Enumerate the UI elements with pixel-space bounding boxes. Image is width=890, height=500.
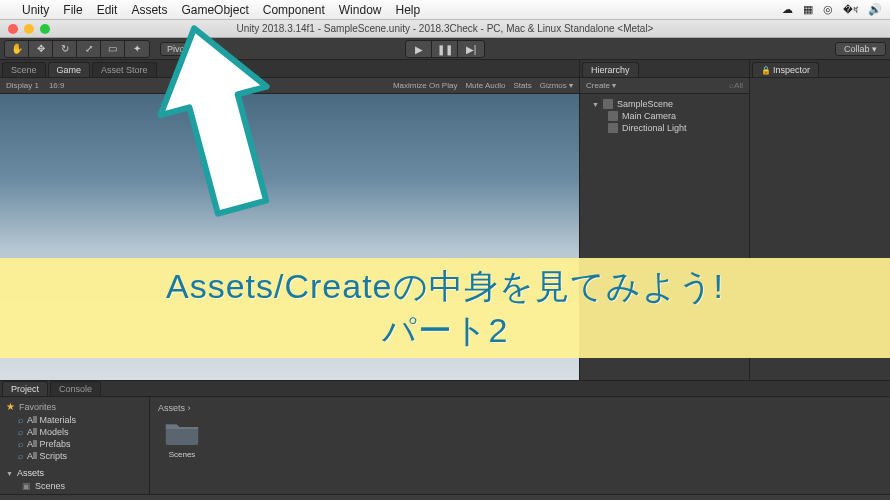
rect-tool[interactable]: ▭: [101, 41, 125, 57]
close-button[interactable]: [8, 24, 18, 34]
stats-toggle[interactable]: Stats: [513, 81, 531, 90]
menu-help[interactable]: Help: [395, 3, 420, 17]
status-icon[interactable]: ◎: [823, 3, 833, 16]
grid-icon[interactable]: ▦: [803, 3, 813, 16]
scale-tool[interactable]: ⤢: [77, 41, 101, 57]
hierarchy-panel: Hierarchy Create ▾ ⌕All ▼ SampleScene Ma…: [580, 60, 750, 380]
gameobject-icon: [608, 123, 618, 133]
gameobject-icon: [608, 111, 618, 121]
main-area: Scene Game Asset Store Display 1 16:9 Ma…: [0, 60, 890, 380]
search-icon: ⌕: [18, 415, 23, 425]
minimize-button[interactable]: [24, 24, 34, 34]
menu-gameobject[interactable]: GameObject: [181, 3, 248, 17]
collab-dropdown[interactable]: Collab ▾: [835, 42, 886, 56]
hierarchy-item-camera[interactable]: Main Camera: [580, 110, 749, 122]
folder-icon: [162, 419, 202, 446]
project-content[interactable]: Assets › Scenes: [150, 397, 890, 494]
scene-game-panel: Scene Game Asset Store Display 1 16:9 Ma…: [0, 60, 580, 380]
rotate-tool[interactable]: ↻: [53, 41, 77, 57]
pause-button[interactable]: ❚❚: [432, 41, 458, 57]
search-icon: ⌕: [18, 439, 23, 449]
disclosure-triangle-icon[interactable]: ▼: [6, 470, 13, 477]
scene-tabs: Scene Game Asset Store: [0, 60, 579, 78]
fav-all-scripts[interactable]: ⌕All Scripts: [0, 450, 149, 462]
menubar-status-icons: ☁ ▦ ◎ �ধ 🔊: [782, 3, 882, 16]
traffic-lights: [8, 24, 50, 34]
tab-game[interactable]: Game: [48, 62, 91, 77]
window-title: Unity 2018.3.14f1 - SampleScene.unity - …: [237, 23, 654, 34]
project-sidebar: ★ Favorites ⌕All Materials ⌕All Models ⌕…: [0, 397, 150, 494]
tab-inspector[interactable]: 🔒Inspector: [752, 62, 819, 77]
aspect-dropdown[interactable]: 16:9: [49, 81, 65, 90]
play-controls: ▶ ❚❚ ▶|: [405, 40, 485, 58]
zoom-button[interactable]: [40, 24, 50, 34]
fav-all-prefabs[interactable]: ⌕All Prefabs: [0, 438, 149, 450]
menu-window[interactable]: Window: [339, 3, 382, 17]
step-button[interactable]: ▶|: [458, 41, 484, 57]
fav-all-models[interactable]: ⌕All Models: [0, 426, 149, 438]
pivot-toggle[interactable]: Pivot: [160, 42, 194, 56]
game-sub-toolbar: Display 1 16:9 Maximize On Play Mute Aud…: [0, 78, 579, 94]
game-viewport[interactable]: [0, 94, 579, 380]
fav-all-materials[interactable]: ⌕All Materials: [0, 414, 149, 426]
project-panel: Project Console ★ Favorites ⌕All Materia…: [0, 380, 890, 500]
project-footer: [0, 494, 890, 500]
tab-hierarchy[interactable]: Hierarchy: [582, 62, 639, 77]
cloud-icon[interactable]: ☁: [782, 3, 793, 16]
assets-tree-root[interactable]: ▼ Assets: [0, 466, 149, 480]
wifi-icon[interactable]: �ধ: [843, 3, 858, 16]
folder-icon: ▣: [22, 481, 31, 491]
tab-asset-store[interactable]: Asset Store: [92, 62, 157, 77]
maximize-on-play[interactable]: Maximize On Play: [393, 81, 457, 90]
inspector-panel: 🔒Inspector: [750, 60, 890, 380]
menu-assets[interactable]: Assets: [131, 3, 167, 17]
search-icon: ⌕: [18, 427, 23, 437]
disclosure-triangle-icon[interactable]: ▼: [592, 101, 599, 108]
window-titlebar: Unity 2018.3.14f1 - SampleScene.unity - …: [0, 20, 890, 38]
unified-tool[interactable]: ✦: [125, 41, 149, 57]
assets-scenes-folder[interactable]: ▣ Scenes: [0, 480, 149, 492]
mute-audio[interactable]: Mute Audio: [465, 81, 505, 90]
hand-tool[interactable]: ✋: [5, 41, 29, 57]
gizmos-dropdown[interactable]: Gizmos ▾: [540, 81, 573, 90]
display-dropdown[interactable]: Display 1: [6, 81, 39, 90]
search-icon: ⌕: [18, 451, 23, 461]
menu-file[interactable]: File: [63, 3, 82, 17]
menu-edit[interactable]: Edit: [97, 3, 118, 17]
hierarchy-tree: ▼ SampleScene Main Camera Directional Li…: [580, 94, 749, 138]
hierarchy-create-dropdown[interactable]: Create ▾: [586, 81, 616, 90]
favorites-header[interactable]: ★ Favorites: [0, 399, 149, 414]
macos-menubar: Unity File Edit Assets GameObject Compon…: [0, 0, 890, 20]
hierarchy-item-light[interactable]: Directional Light: [580, 122, 749, 134]
unity-scene-icon: [603, 99, 613, 109]
lock-icon[interactable]: 🔒: [761, 66, 771, 75]
project-breadcrumb[interactable]: Assets ›: [158, 401, 882, 419]
hierarchy-search[interactable]: ⌕All: [729, 81, 743, 90]
menu-component[interactable]: Component: [263, 3, 325, 17]
transform-tools: ✋ ✥ ↻ ⤢ ▭ ✦: [4, 40, 150, 58]
hierarchy-scene-row[interactable]: ▼ SampleScene: [580, 98, 749, 110]
star-icon: ★: [6, 401, 15, 412]
tab-console[interactable]: Console: [50, 381, 101, 396]
tab-scene[interactable]: Scene: [2, 62, 46, 77]
folder-label: Scenes: [169, 450, 196, 459]
folder-item-scenes[interactable]: Scenes: [158, 419, 206, 459]
move-tool[interactable]: ✥: [29, 41, 53, 57]
play-button[interactable]: ▶: [406, 41, 432, 57]
menu-unity[interactable]: Unity: [22, 3, 49, 17]
tab-project[interactable]: Project: [2, 381, 48, 396]
volume-icon[interactable]: 🔊: [868, 3, 882, 16]
